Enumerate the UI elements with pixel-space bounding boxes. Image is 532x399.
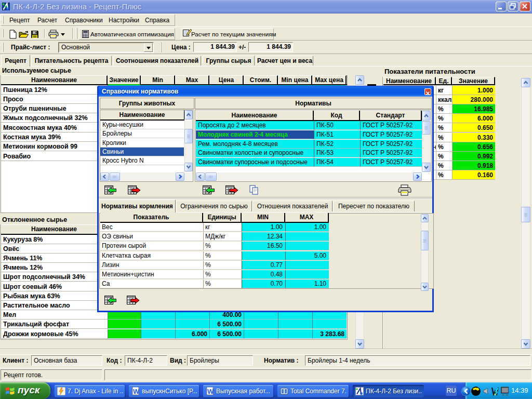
svg-text:W: W — [133, 388, 140, 395]
svg-text:W: W — [207, 388, 214, 395]
